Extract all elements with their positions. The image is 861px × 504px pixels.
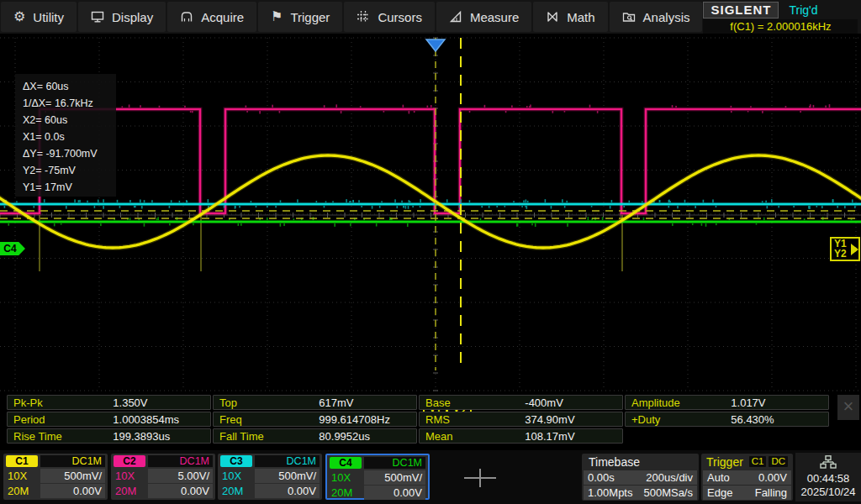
channel-offset: 0.00V (40, 484, 105, 498)
cursor-readout-box: ΔX= 60us 1/ΔX= 16.7kHz X2= 60us X1= 0.0s… (15, 74, 116, 197)
channel-bandwidth: 20M (8, 484, 29, 498)
menu-item-measure[interactable]: Measure (436, 2, 531, 32)
ruler-triangle-icon (449, 10, 462, 24)
channel-bandwidth: 20M (222, 484, 243, 498)
clock-time: 00:44:58 (795, 472, 861, 486)
trigger-mode: Auto (707, 470, 730, 485)
cursor-readout-row: 1/ΔX= 16.7kHz (23, 95, 116, 112)
channel-tag: C3 (220, 455, 252, 467)
waveform-canvas[interactable] (0, 34, 861, 392)
measurement-cell: +Duty56.430% (625, 412, 829, 427)
menu-label: Display (112, 10, 153, 24)
trigger-type: Edge (707, 486, 732, 500)
menu-label: Utility (33, 10, 64, 24)
channel-scale: 5.00V/ (148, 469, 213, 483)
timebase-points: 1.00Mpts (588, 486, 632, 500)
cursor-readout-row: X2= 60us (23, 112, 116, 129)
monitor-icon (91, 10, 104, 24)
frequency-counter: f(C1) = 2.000016kHz (703, 19, 858, 34)
arch-icon (180, 10, 193, 24)
menu-item-utility[interactable]: ⚙ Utility (1, 2, 77, 32)
y-cursor-flag-icon (851, 244, 858, 255)
menu-item-analysis[interactable]: Analysis (610, 2, 703, 32)
menu-item-math[interactable]: Math (533, 2, 607, 32)
trigger-level: 0.00V (758, 470, 787, 485)
cursor-readout-row: Y2= -75mV (23, 162, 116, 179)
oscilloscope-screen: ⚙ Utility Display Acquire ⚑ Trigger Curs… (0, 0, 861, 504)
bottom-status-bar: C1 DC1M 10X 500mV/ 20M 0.00V C2 DC1M 10X… (0, 450, 861, 504)
channel-bandwidth: 20M (331, 486, 352, 500)
trigger-panel[interactable]: Trigger C1 DC Auto 0.00V Edge Falling (701, 454, 793, 501)
channel-offset: 0.00V (364, 486, 425, 500)
channel-offset: 0.00V (255, 484, 320, 498)
channel-tag: C4 (330, 457, 362, 469)
clock-date: 2025/10/24 (795, 486, 861, 499)
channel-box-c1[interactable]: C1 DC1M 10X 500mV/ 20M 0.00V (3, 454, 108, 500)
channel-tag: C2 (114, 455, 145, 467)
timebase-samplerate: 500MSa/s (643, 486, 693, 500)
channel-scale: 500mV/ (364, 470, 425, 485)
channel-box-c4[interactable]: C4 DC1M 10X 500mV/ 20M 0.00V (325, 454, 430, 500)
measurement-cell: Pk-Pk1.350V (7, 395, 211, 410)
channel-attenuation: 10X (222, 469, 241, 483)
menu-item-trigger[interactable]: ⚑ Trigger (258, 2, 342, 32)
trigger-title: Trigger (706, 455, 743, 469)
trigger-status-badge: Trig'd (789, 3, 817, 17)
cursors-grid-icon (357, 10, 370, 24)
measurement-cell: Top617mV (213, 395, 417, 410)
menu-item-cursors[interactable]: Cursors (344, 2, 435, 32)
measurement-cell: Base-400mV (419, 395, 623, 410)
siglent-logo: SIGLENT (703, 2, 779, 18)
channel-offset: 0.00V (148, 484, 213, 498)
close-measure-panel-button[interactable]: × (837, 395, 859, 420)
channel-box-c3[interactable]: C3 DC1M 10X 500mV/ 20M 0.00V (218, 454, 322, 500)
y-cursor-tag[interactable]: Y1 Y2 (830, 237, 860, 261)
cursor-readout-row: ΔX= 60us (23, 78, 116, 95)
channel-coupling: DC1M (364, 457, 425, 469)
measurement-cell: Amplitude1.017V (625, 395, 829, 410)
channel-tag: C1 (6, 455, 38, 467)
menu-label: Acquire (201, 10, 244, 24)
timebase-title: Timebase (582, 454, 699, 469)
menu-label: Cursors (378, 10, 422, 24)
channel-attenuation: 10X (115, 469, 135, 483)
trigger-position-marker[interactable] (426, 39, 445, 51)
menu-bar: ⚙ Utility Display Acquire ⚑ Trigger Curs… (0, 0, 861, 34)
crosshair-icon (464, 467, 496, 489)
cursor-readout-row: ΔY= -91.700mV (23, 145, 116, 162)
network-icon (795, 453, 861, 472)
channel-bandwidth: 20M (115, 484, 136, 498)
measurement-cell-empty (625, 428, 829, 444)
measurement-cell: Mean108.17mV (419, 428, 623, 444)
gear-icon: ⚙ (13, 10, 25, 24)
measurement-panel: Pk-Pk1.350V Top617mV Base-400mV Amplitud… (7, 395, 829, 444)
flag-icon: ⚑ (271, 10, 283, 24)
cursor-readout-row: Y1= 17mV (23, 179, 116, 196)
menu-item-display[interactable]: Display (78, 2, 166, 32)
trace-noise (3, 104, 856, 227)
timebase-scale: 200us/div (646, 470, 693, 485)
channel-coupling: DC1M (40, 455, 105, 467)
channel-coupling: DC1M (148, 455, 213, 467)
trigger-slope: Falling (755, 486, 787, 500)
math-bowtie-icon (546, 10, 559, 24)
channel-attenuation: 10X (8, 469, 27, 483)
measurement-cell: Fall Time80.9952us (213, 428, 417, 444)
measurement-cell: Freq999.614708Hz (213, 412, 417, 427)
channel-attenuation: 10X (331, 470, 351, 485)
trigger-coupling-chip: DC (769, 456, 788, 467)
channel-box-c2[interactable]: C2 DC1M 10X 5.00V/ 20M 0.00V (111, 454, 215, 500)
timebase-panel[interactable]: Timebase 0.00s 200us/div 1.00Mpts 500MSa… (582, 454, 699, 501)
measurement-cell: Rise Time199.3893us (7, 428, 211, 444)
c1-sine-trace (0, 155, 861, 248)
menu-item-acquire[interactable]: Acquire (167, 2, 256, 32)
menu-label: Math (567, 10, 594, 24)
menu-label: Measure (470, 10, 519, 24)
channel-coupling: DC1M (255, 455, 320, 467)
cursor-readout-row: X1= 0.0s (23, 129, 116, 145)
measurement-cell: RMS374.90mV (419, 412, 623, 427)
menu-label: Trigger (290, 10, 330, 24)
waveform-display[interactable]: ΔX= 60us 1/ΔX= 16.7kHz X2= 60us X1= 0.0s… (0, 34, 861, 392)
brand-status-block: SIGLENT Trig'd f(C1) = 2.000016kHz (703, 2, 858, 34)
clock-panel[interactable]: 00:44:58 2025/10/24 (795, 453, 861, 501)
